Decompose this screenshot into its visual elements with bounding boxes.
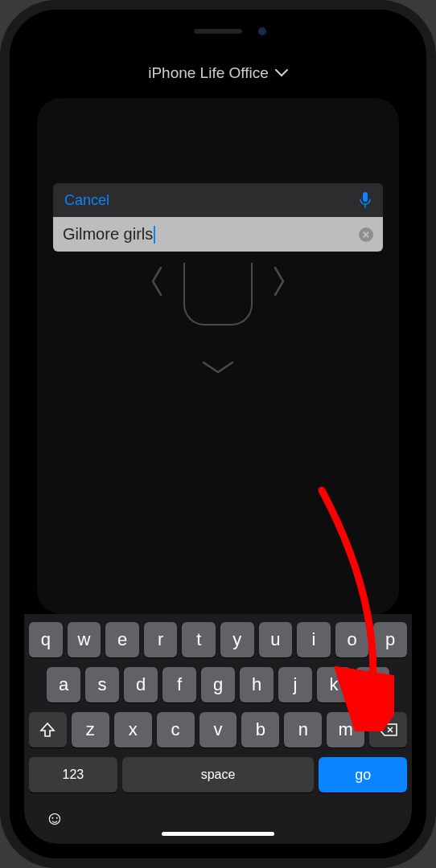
keyboard-row-1: qwertyuiop — [29, 622, 407, 657]
key-w[interactable]: w — [68, 622, 101, 657]
keyboard-row-3: zxcvbnm — [29, 712, 407, 747]
key-k[interactable]: k — [317, 667, 351, 702]
space-key[interactable]: space — [122, 757, 315, 792]
key-p[interactable]: p — [373, 622, 407, 657]
go-key[interactable]: go — [319, 757, 407, 792]
dpad-select[interactable] — [183, 263, 253, 326]
key-g[interactable]: g — [201, 667, 235, 702]
key-u[interactable]: u — [259, 622, 293, 657]
keyboard: qwertyuiop asdfghjkl zxcvbnm 123 space g… — [24, 614, 412, 844]
cancel-button[interactable]: Cancel — [64, 192, 109, 209]
speaker-grill — [194, 29, 242, 34]
remote-touch-surface[interactable]: Cancel Gilmore girls — [37, 98, 399, 614]
phone-frame: iPhone Life Office Cancel Gilmore girls — [0, 0, 436, 868]
numbers-key[interactable]: 123 — [29, 757, 117, 792]
key-x[interactable]: x — [114, 712, 152, 747]
key-h[interactable]: h — [240, 667, 274, 702]
key-b[interactable]: b — [241, 712, 279, 747]
key-l[interactable]: l — [356, 667, 389, 702]
key-f[interactable]: f — [162, 667, 196, 702]
keyboard-bottom-bar: ☺ — [29, 802, 407, 829]
home-indicator[interactable] — [162, 832, 274, 836]
key-n[interactable]: n — [284, 712, 322, 747]
dpad — [53, 263, 383, 326]
key-e[interactable]: e — [105, 622, 139, 657]
search-toolbar: Cancel — [53, 183, 383, 217]
chevron-right-icon[interactable] — [270, 263, 288, 300]
clear-icon[interactable] — [359, 227, 373, 242]
chevron-down-icon — [275, 69, 288, 77]
screen: iPhone Life Office Cancel Gilmore girls — [24, 24, 412, 844]
key-d[interactable]: d — [124, 667, 158, 702]
svg-rect-0 — [363, 192, 368, 202]
keyboard-row-4: 123 space go — [29, 757, 407, 792]
key-c[interactable]: c — [157, 712, 195, 747]
key-s[interactable]: s — [85, 667, 119, 702]
key-z[interactable]: z — [72, 712, 109, 747]
key-a[interactable]: a — [47, 667, 80, 702]
search-input-value: Gilmore girls — [63, 225, 359, 244]
key-o[interactable]: o — [335, 622, 369, 657]
keyboard-row-2: asdfghjkl — [29, 667, 407, 702]
emoji-icon[interactable]: ☺ — [43, 807, 66, 829]
text-caret — [154, 226, 155, 244]
microphone-icon[interactable] — [359, 191, 372, 209]
device-name: iPhone Life Office — [148, 64, 269, 82]
key-t[interactable]: t — [182, 622, 216, 657]
search-input[interactable]: Gilmore girls — [53, 217, 383, 252]
front-camera — [258, 27, 266, 35]
key-y[interactable]: y — [220, 622, 254, 657]
screen-bezel: iPhone Life Office Cancel Gilmore girls — [10, 10, 426, 858]
search-query-text: Gilmore girls — [63, 225, 153, 244]
shift-icon — [39, 722, 56, 738]
key-r[interactable]: r — [144, 622, 178, 657]
key-q[interactable]: q — [29, 622, 63, 657]
shift-key[interactable] — [29, 712, 67, 747]
backspace-icon — [379, 723, 398, 737]
notch — [138, 19, 298, 43]
key-v[interactable]: v — [199, 712, 237, 747]
chevron-left-icon[interactable] — [148, 263, 166, 300]
key-m[interactable]: m — [327, 712, 364, 747]
key-j[interactable]: j — [278, 667, 312, 702]
key-i[interactable]: i — [297, 622, 331, 657]
chevron-down-icon[interactable] — [200, 359, 236, 375]
backspace-key[interactable] — [369, 712, 407, 747]
